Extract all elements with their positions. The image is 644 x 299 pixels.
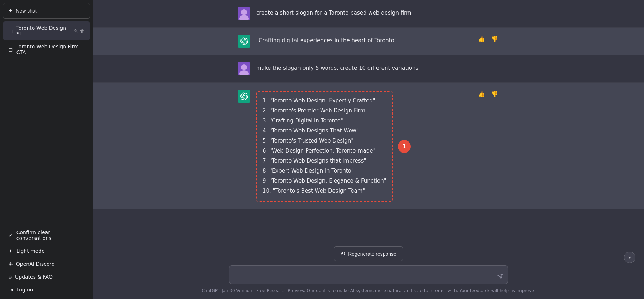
sun-icon xyxy=(9,248,13,254)
discord-label: OpenAI Discord xyxy=(16,261,55,267)
response-list: 1. "Toronto Web Design: Expertly Crafted… xyxy=(256,91,393,202)
list-item: 2. "Toronto's Premier Web Design Firm" xyxy=(263,106,386,115)
new-chat-button[interactable]: New chat xyxy=(3,3,90,19)
faq-item[interactable]: Updates & FAQ xyxy=(3,270,90,283)
footer-note: ChatGPT Jan 30 Version . Free Research P… xyxy=(102,288,635,296)
light-mode-label: Light mode xyxy=(16,248,45,254)
list-item: 5. "Toronto's Trusted Web Design" xyxy=(263,136,386,145)
message-inner: create a short slogan for a Toronto base… xyxy=(229,7,508,20)
user-avatar xyxy=(238,62,250,75)
message-content: "Crafting digital experiences in the hea… xyxy=(256,35,499,45)
gpt-avatar xyxy=(238,90,250,103)
chat-icon xyxy=(9,28,13,34)
send-button[interactable] xyxy=(497,274,503,281)
svg-point-4 xyxy=(241,64,247,70)
openai-logo xyxy=(240,92,248,100)
faq-label: Updates & FAQ xyxy=(15,274,53,280)
regenerate-label: Regenerate response xyxy=(348,251,396,257)
message-text: make the slogan only 5 words. create 10 … xyxy=(256,65,418,71)
scroll-bottom-button[interactable] xyxy=(624,252,635,263)
thumbs-up-button[interactable]: 👍 xyxy=(477,35,487,43)
message-actions: 👍 👎 xyxy=(477,90,499,98)
list-item: 4. "Toronto Web Designs That Wow" xyxy=(263,126,386,135)
chat-icon xyxy=(9,47,13,52)
confirm-clear-label: Confirm clear conversations xyxy=(16,230,84,241)
plus-icon xyxy=(9,8,12,14)
external-link-icon xyxy=(9,274,11,280)
message-row: make the slogan only 5 words. create 10 … xyxy=(93,55,644,83)
gpt-avatar xyxy=(238,35,250,48)
sidebar-footer: Confirm clear conversations Light mode O… xyxy=(3,226,90,296)
list-item: 3. "Crafting Digital in Toronto" xyxy=(263,116,386,125)
chat-item-label: Toronto Web Design Firm CTA xyxy=(16,44,84,55)
message-content: 1. "Toronto Web Design: Expertly Crafted… xyxy=(256,90,499,202)
thumbs-up-button[interactable]: 👍 xyxy=(477,90,487,98)
new-chat-label: New chat xyxy=(16,8,36,14)
discord-icon xyxy=(9,261,13,267)
message-content: create a short slogan for a Toronto base… xyxy=(256,7,499,17)
list-item: 7. "Toronto Web Designs that Impress" xyxy=(263,156,386,165)
chevron-down-icon xyxy=(627,255,632,260)
check-icon xyxy=(9,232,13,238)
message-text: "Crafting digital experiences in the hea… xyxy=(256,37,397,44)
user-avatar xyxy=(238,7,250,20)
list-item: 8. "Expert Web Design in Toronto" xyxy=(263,167,386,175)
input-box-wrap xyxy=(229,265,508,285)
light-mode-item[interactable]: Light mode xyxy=(3,245,90,257)
input-area: Regenerate response ChatGPT Jan 30 Versi… xyxy=(93,241,644,299)
message-row: 1. "Toronto Web Design: Expertly Crafted… xyxy=(93,83,644,209)
chat-item[interactable]: Toronto Web Design Firm CTA xyxy=(3,40,90,59)
chat-item-label: Toronto Web Design Sl xyxy=(16,25,70,37)
list-item: 6. "Web Design Perfection, Toronto-made" xyxy=(263,146,386,155)
thumbs-down-button[interactable]: 👎 xyxy=(489,35,499,43)
list-item: 1. "Toronto Web Design: Expertly Crafted… xyxy=(263,96,386,105)
list-item: 9. "Toronto Web Design: Elegance & Funct… xyxy=(263,177,386,185)
chat-item[interactable]: Toronto Web Design Sl xyxy=(3,21,90,40)
logout-item[interactable]: Log out xyxy=(3,283,90,296)
regenerate-icon xyxy=(341,250,345,257)
delete-icon[interactable] xyxy=(80,28,84,34)
message-row: "Crafting digital experiences in the hea… xyxy=(93,28,644,55)
sidebar-divider xyxy=(3,223,90,223)
chat-item-actions xyxy=(74,28,84,34)
thumbs-down-button[interactable]: 👎 xyxy=(489,90,499,98)
message-inner: 1. "Toronto Web Design: Expertly Crafted… xyxy=(229,90,508,202)
message-text: create a short slogan for a Toronto base… xyxy=(256,10,411,16)
svg-point-1 xyxy=(241,9,247,15)
chat-history: Toronto Web Design Sl Toronto Web Design… xyxy=(3,21,90,220)
discord-item[interactable]: OpenAI Discord xyxy=(3,257,90,270)
edit-icon[interactable] xyxy=(74,28,78,34)
message-content: make the slogan only 5 words. create 10 … xyxy=(256,62,499,72)
annotation-badge: 1 xyxy=(398,140,411,153)
footer-link[interactable]: ChatGPT Jan 30 Version xyxy=(201,288,252,293)
user-avatar-svg xyxy=(238,7,250,20)
logout-label: Log out xyxy=(16,287,35,293)
openai-logo xyxy=(240,37,248,45)
main-content: create a short slogan for a Toronto base… xyxy=(93,0,644,299)
message-inner: "Crafting digital experiences in the hea… xyxy=(229,35,508,48)
confirm-clear-item[interactable]: Confirm clear conversations xyxy=(3,226,90,245)
logout-icon xyxy=(9,287,13,293)
message-row: create a short slogan for a Toronto base… xyxy=(93,0,644,28)
chat-input[interactable] xyxy=(229,265,508,284)
user-avatar-svg xyxy=(238,62,250,75)
sidebar: New chat Toronto Web Design Sl Toronto W… xyxy=(0,0,93,299)
message-actions: 👍 👎 xyxy=(477,35,499,43)
message-inner: make the slogan only 5 words. create 10 … xyxy=(229,62,508,75)
regenerate-button[interactable]: Regenerate response xyxy=(334,246,403,261)
list-item: 10. "Toronto's Best Web Design Team" xyxy=(263,187,386,195)
send-icon xyxy=(497,274,503,279)
regenerate-wrap: Regenerate response xyxy=(102,246,635,261)
